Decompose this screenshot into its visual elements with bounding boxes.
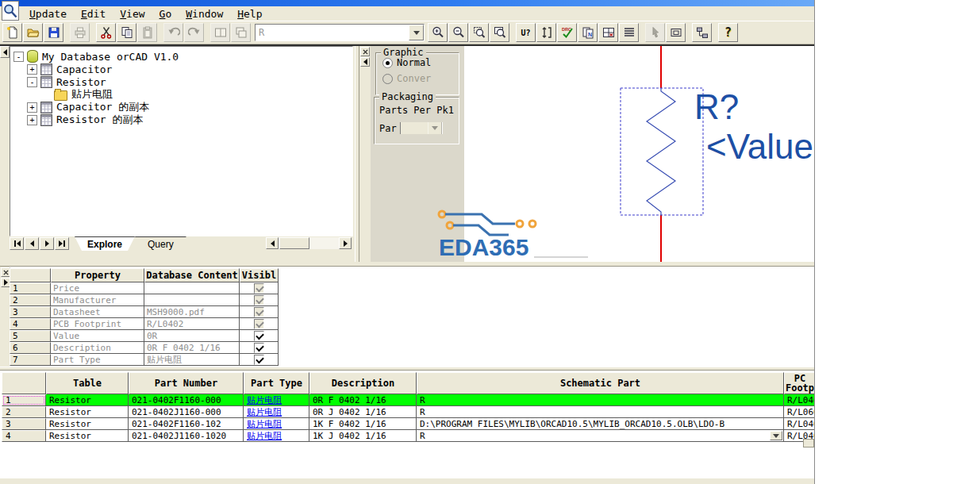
undo-icon[interactable] <box>163 23 183 42</box>
property-row[interactable]: 1 Price <box>10 282 279 294</box>
previous-record-icon[interactable] <box>25 237 39 250</box>
menu-edit[interactable]: Edit <box>74 7 113 21</box>
visible-checkbox[interactable] <box>254 283 264 294</box>
corner-header <box>10 268 51 282</box>
expander-icon[interactable]: + <box>27 115 37 125</box>
visible-checkbox[interactable] <box>254 295 264 305</box>
tab-query[interactable]: Query <box>135 236 186 251</box>
pin-edit-icon[interactable] <box>536 23 556 42</box>
close-panel-icon[interactable] <box>360 47 370 56</box>
graphic-groupbox: Graphic Normal Conver <box>375 52 459 95</box>
copy-icon[interactable] <box>117 23 136 42</box>
tree-item-capacitor-copy[interactable]: + Capacitor 的副本 <box>27 101 352 113</box>
tree-item-my-database[interactable]: - My Database orCAD V1.0 <box>13 50 352 63</box>
visible-checkbox[interactable] <box>254 319 264 329</box>
new-document-icon[interactable] <box>2 23 22 42</box>
menu-view[interactable]: View <box>113 7 152 21</box>
cascade-window-icon[interactable] <box>231 23 251 42</box>
expander-icon[interactable]: - <box>13 52 24 62</box>
tree-item-resistor-copy[interactable]: + Resistor 的副本 <box>27 113 352 126</box>
zoom-in-icon[interactable] <box>428 23 448 42</box>
tab-explore[interactable]: Explore <box>75 236 135 251</box>
title-bar[interactable] <box>0 0 814 6</box>
cross-reference-icon[interactable] <box>598 23 618 42</box>
scroll-left-icon[interactable] <box>266 237 279 249</box>
first-record-icon[interactable] <box>10 237 24 250</box>
print-icon[interactable] <box>70 23 90 42</box>
dropdown-arrow-icon <box>428 122 442 134</box>
drc-check-icon[interactable]: DRC <box>557 23 577 42</box>
scroll-right-icon[interactable] <box>339 237 352 249</box>
bill-of-materials-icon[interactable] <box>619 23 639 42</box>
part-combo-value[interactable]: R <box>256 27 409 38</box>
block-icon[interactable] <box>666 23 686 42</box>
property-table: Property Database Content Visibl 1 Price… <box>10 268 279 366</box>
redo-icon[interactable] <box>184 23 204 42</box>
visible-checkbox[interactable] <box>254 307 264 317</box>
property-panel-strip <box>0 267 10 367</box>
radio-disabled-icon <box>382 74 393 84</box>
tree-horizontal-scrollbar[interactable] <box>266 237 352 249</box>
menu-help[interactable]: Help <box>230 7 269 21</box>
menu-update[interactable]: Update <box>22 7 74 21</box>
visible-checkbox[interactable] <box>254 355 264 365</box>
part-select: Par <box>379 122 459 134</box>
select-arrow-icon[interactable] <box>645 23 665 42</box>
tree-scroll-left-icon[interactable] <box>0 46 10 58</box>
zoom-all-icon[interactable] <box>490 23 509 42</box>
tree-item-resistor[interactable]: - Resistor <box>27 75 352 88</box>
scrollbar-thumb[interactable] <box>279 237 309 249</box>
property-row[interactable]: 7 Part Type 贴片电阻 <box>10 354 279 366</box>
combo-dropdown-icon[interactable] <box>409 25 424 40</box>
property-row[interactable]: 5 Value 0R <box>10 330 279 342</box>
tree-item-capacitor[interactable]: + Capacitor <box>27 63 352 75</box>
packaging-groupbox: Packaging Parts Per Pk1 Par <box>374 97 459 144</box>
visible-checkbox[interactable] <box>254 343 264 353</box>
part-search-combo[interactable]: R <box>255 24 425 41</box>
hierarchy-icon[interactable] <box>692 23 712 42</box>
part-type-link[interactable]: 贴片电阻 <box>247 418 282 430</box>
property-row[interactable]: 2 Manufacturer <box>10 294 279 306</box>
schematic-part-dropdown-icon[interactable] <box>770 431 782 440</box>
property-row[interactable]: 6 Description 0R F 0402 1/16 <box>10 342 279 354</box>
part-dropdown[interactable] <box>400 122 443 134</box>
col-part-number: Part Number <box>129 372 244 394</box>
visible-checkbox[interactable] <box>254 331 264 341</box>
menu-window[interactable]: Window <box>179 7 230 21</box>
open-folder-icon[interactable] <box>23 23 43 42</box>
paste-icon[interactable] <box>137 23 157 42</box>
next-record-icon[interactable] <box>40 237 54 250</box>
zoom-out-icon[interactable] <box>448 23 468 42</box>
database-tree[interactable]: - My Database orCAD V1.0 + Capacitor - R… <box>10 46 353 236</box>
help-icon[interactable]: ? <box>718 23 738 42</box>
expander-icon[interactable]: + <box>27 64 37 75</box>
svg-text:N: N <box>588 32 592 37</box>
parts-row[interactable]: 3 Resistor 021-0402F1160-102 贴片电阻 1K F 0… <box>2 418 815 430</box>
radio-convert[interactable]: Conver <box>382 72 459 85</box>
split-window-icon[interactable] <box>210 23 230 42</box>
parts-row[interactable]: 4 Resistor 021-0402J1160-1020 贴片电阻 1K J … <box>2 430 815 442</box>
cut-icon[interactable] <box>96 23 116 42</box>
scroll-grip[interactable] <box>803 439 814 448</box>
col-part-type: Part Type <box>244 372 309 394</box>
property-row[interactable]: 4 PCB Footprint R/L0402 <box>10 318 279 330</box>
radio-selected-icon[interactable] <box>382 58 393 68</box>
zoom-area-icon[interactable] <box>469 23 489 42</box>
menu-go[interactable]: Go <box>152 7 179 21</box>
expander-icon[interactable]: - <box>27 77 37 87</box>
parts-row[interactable]: 2 Resistor 021-0402J1160-000 贴片电阻 0R J 0… <box>2 406 815 418</box>
annotate-icon[interactable]: U? <box>516 23 536 42</box>
property-row[interactable]: 3 Datasheet MSH9000.pdf <box>10 306 279 318</box>
netlist-icon[interactable]: N <box>578 23 598 42</box>
expander-icon[interactable]: + <box>27 102 37 113</box>
window-magnifier-icon[interactable] <box>2 1 19 21</box>
parts-row-selected[interactable]: 1 Resistor 021-0402F1160-000 贴片电阻 0R F 0… <box>2 394 815 406</box>
part-type-link[interactable]: 贴片电阻 <box>247 394 282 406</box>
collapse-panel-icon[interactable] <box>360 57 370 67</box>
tree-item-chip-resistor[interactable]: 贴片电阻 <box>40 88 352 101</box>
radio-normal[interactable]: Normal <box>382 56 459 69</box>
part-type-link[interactable]: 贴片电阻 <box>247 430 282 442</box>
last-record-icon[interactable] <box>55 237 69 250</box>
part-type-link[interactable]: 贴片电阻 <box>247 406 282 418</box>
save-icon[interactable] <box>44 23 63 42</box>
